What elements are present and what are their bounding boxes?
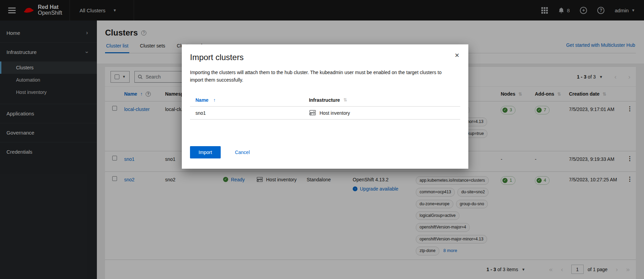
server-icon	[309, 110, 316, 116]
modal-column-header-name[interactable]: Name ↑	[190, 94, 304, 106]
modal-table: Name ↑ Infrastructure ⇅ sno1	[190, 94, 460, 120]
modal-title: Import clusters	[190, 53, 460, 62]
sort-ascending-icon: ↑	[213, 97, 216, 103]
modal-description: Importing the clusters will attach them …	[190, 69, 460, 84]
modal-infrastructure-cell: Host inventory	[304, 107, 460, 119]
modal-cluster-name: sno1	[190, 107, 304, 119]
cancel-button[interactable]: Cancel	[235, 150, 250, 155]
column-label: Name	[195, 97, 208, 103]
import-button[interactable]: Import	[190, 146, 221, 158]
modal-footer: Import Cancel	[190, 146, 460, 158]
import-clusters-modal: Import clusters ✕ Importing the clusters…	[182, 44, 468, 169]
close-icon[interactable]: ✕	[455, 52, 459, 59]
column-label: Infrastructure	[309, 97, 340, 103]
application-window: Red Hat OpenShift All Clusters ▼ 8 +	[0, 0, 644, 279]
sort-both-icon: ⇅	[343, 97, 347, 103]
modal-column-header-infrastructure[interactable]: Infrastructure ⇅	[304, 94, 460, 106]
modal-table-row: sno1 Host inventory	[190, 107, 460, 120]
modal-table-header: Name ↑ Infrastructure ⇅	[190, 94, 460, 107]
modal-infrastructure-value: Host inventory	[320, 110, 350, 116]
